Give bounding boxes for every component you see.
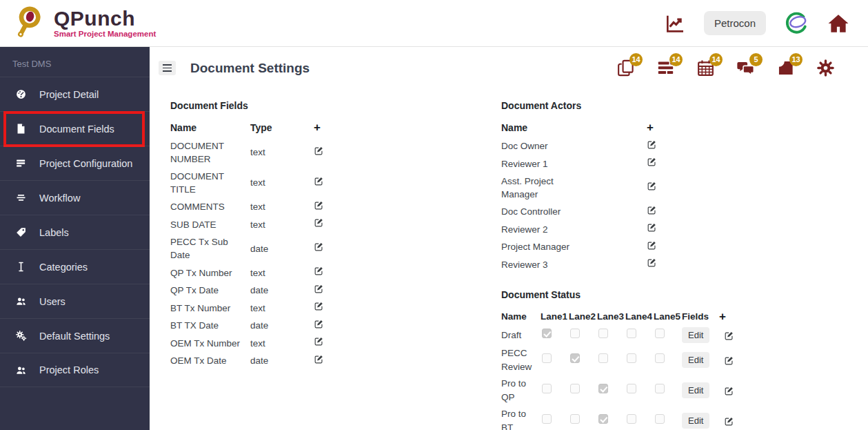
file-icon (13, 123, 28, 135)
actor-name: Reviewer 2 (501, 223, 591, 237)
lane3-checkbox[interactable] (598, 329, 608, 338)
edit-actor-icon[interactable] (647, 205, 657, 215)
lane1-checkbox[interactable] (542, 414, 552, 424)
edit-actor-icon[interactable] (647, 222, 657, 233)
app-logo[interactable]: QPunch Smart Project Management (12, 4, 156, 43)
edit-field-icon[interactable] (314, 266, 324, 276)
edit-status-fields-button[interactable]: Edit (682, 413, 709, 429)
lane4-checkbox[interactable] (627, 384, 636, 393)
lane4-checkbox[interactable] (627, 329, 636, 338)
punch-icon[interactable]: 13 (776, 59, 795, 77)
edit-field-icon[interactable] (314, 354, 324, 364)
sidebar-item-workflow[interactable]: Workflow (0, 180, 150, 215)
page-title: Document Settings (190, 61, 310, 76)
status-row: PECC Review Edit (501, 345, 734, 375)
sidebar-item-default-settings[interactable]: Default Settings (0, 318, 150, 353)
lane5-checkbox[interactable] (655, 353, 665, 363)
sidebar-item-document-fields[interactable]: Document Fields (0, 111, 150, 146)
settings-icon[interactable] (816, 59, 835, 77)
lane2-checkbox[interactable] (570, 329, 580, 338)
edit-field-icon[interactable] (314, 284, 324, 294)
status-row: Pro to BT Edit (501, 406, 734, 430)
logo-text: QPunch Smart Project Management (54, 8, 156, 43)
sidebar-item-project-configuration[interactable]: Project Configuration (0, 146, 150, 180)
edit-actor-icon[interactable] (647, 257, 657, 268)
sidebar-item-categories[interactable]: Categories (0, 249, 150, 284)
dashboard-icon (13, 88, 28, 100)
field-name: OEM Tx Number (170, 335, 250, 353)
edit-field-icon[interactable] (314, 200, 324, 211)
edit-field-icon[interactable] (314, 242, 324, 252)
edit-status-icon[interactable] (724, 386, 734, 396)
lane5-checkbox[interactable] (655, 384, 665, 393)
edit-status-icon[interactable] (724, 416, 734, 427)
lane3-checkbox[interactable] (598, 414, 608, 424)
hamburger-menu-icon[interactable] (159, 61, 176, 75)
edit-actor-icon[interactable] (647, 157, 657, 167)
fields-panel-title: Document Fields (170, 100, 501, 111)
sidebar-item-label: Workflow (39, 193, 80, 204)
add-field-button[interactable]: + (314, 121, 321, 133)
actor-row: Reviewer 2 (501, 221, 663, 239)
edit-field-icon[interactable] (314, 217, 324, 228)
app-tagline: Smart Project Management (54, 30, 156, 39)
sidebar-item-label: Project Roles (39, 364, 99, 375)
field-name: COMMENTS (170, 198, 250, 216)
sidebar-item-label: Categories (39, 262, 88, 273)
edit-field-icon[interactable] (314, 336, 324, 346)
edit-field-icon[interactable] (314, 146, 324, 156)
lane2-checkbox[interactable] (570, 353, 580, 363)
comments-icon[interactable]: 5 (736, 59, 755, 77)
app-title: QPunch (54, 8, 156, 29)
lane4-checkbox[interactable] (627, 353, 636, 363)
edit-field-icon[interactable] (314, 319, 324, 329)
lane5-checkbox[interactable] (655, 414, 665, 424)
reports-chart-icon[interactable] (664, 12, 686, 35)
home-icon[interactable] (827, 12, 850, 35)
actor-row: Doc Controller (501, 203, 663, 221)
document-fields-panel: Document Fields Name Type + DOCUMENT NUM… (170, 100, 501, 430)
add-actor-button[interactable]: + (647, 121, 654, 133)
tasks-icon[interactable]: 14 (656, 59, 675, 77)
add-status-button[interactable]: + (719, 311, 726, 322)
lane5-checkbox[interactable] (655, 329, 665, 338)
lane2-checkbox[interactable] (570, 414, 580, 424)
ibeam-icon (13, 261, 28, 273)
edit-status-icon[interactable] (724, 331, 734, 341)
sidebar-item-users[interactable]: Users (0, 284, 150, 318)
lane3-checkbox[interactable] (598, 353, 608, 363)
petrocon-button[interactable]: Petrocon (704, 11, 766, 35)
field-type: text (250, 335, 314, 353)
lane2-checkbox[interactable] (570, 384, 580, 393)
field-row: DOCUMENT TITLE text (170, 168, 334, 198)
sidebar-item-project-detail[interactable]: Project Detail (0, 77, 150, 111)
document-status-panel: Document Status Name Lane1 Lane2 Lane3 L… (501, 289, 868, 430)
edit-status-icon[interactable] (724, 355, 734, 366)
lane1-checkbox[interactable] (542, 329, 552, 338)
edit-actor-icon[interactable] (647, 181, 657, 191)
notification-badge: 13 (789, 53, 803, 66)
edit-field-icon[interactable] (314, 176, 324, 186)
lane1-checkbox[interactable] (542, 353, 552, 363)
status-col-lane1: Lane1 (541, 309, 569, 326)
status-row: Draft Edit (501, 326, 734, 345)
fields-col-type: Type (250, 120, 314, 137)
field-name: QP Tx Date (170, 282, 250, 300)
sidebar-item-label: Labels (39, 227, 69, 238)
edit-status-fields-button[interactable]: Edit (682, 327, 709, 343)
field-type: date (250, 233, 314, 264)
calendar-icon[interactable]: 14 (696, 59, 715, 77)
edit-actor-icon[interactable] (647, 139, 657, 150)
edit-status-fields-button[interactable]: Edit (682, 382, 709, 398)
edit-actor-icon[interactable] (647, 240, 657, 251)
lane1-checkbox[interactable] (542, 384, 552, 393)
edit-status-fields-button[interactable]: Edit (682, 352, 709, 368)
documents-icon[interactable]: 14 (616, 59, 635, 77)
edit-field-icon[interactable] (314, 301, 324, 311)
lane3-checkbox[interactable] (598, 384, 608, 393)
users-icon (13, 364, 28, 376)
field-type: date (250, 317, 314, 335)
sidebar-item-project-roles[interactable]: Project Roles (0, 353, 150, 387)
lane4-checkbox[interactable] (627, 414, 636, 424)
sidebar-item-labels[interactable]: Labels (0, 215, 150, 249)
